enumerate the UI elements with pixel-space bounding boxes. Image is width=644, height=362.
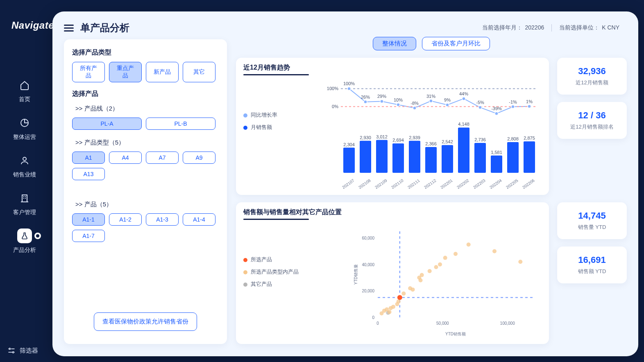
svg-point-99 — [454, 252, 458, 256]
option-button[interactable]: A1-3 — [146, 213, 179, 226]
option-button[interactable]: A1-2 — [109, 213, 142, 226]
svg-text:26%: 26% — [361, 95, 370, 100]
tab-row: 整体情况 省份及客户月环比 — [236, 37, 627, 50]
legend-item: 所选产品 — [243, 256, 299, 263]
svg-text:3,012: 3,012 — [376, 134, 388, 139]
svg-point-96 — [434, 265, 438, 269]
svg-text:100%: 100% — [343, 81, 355, 86]
svg-point-94 — [420, 273, 424, 277]
option-button[interactable]: PL-B — [146, 118, 215, 130]
svg-text:202205: 202205 — [505, 178, 519, 189]
svg-point-95 — [428, 269, 432, 273]
svg-rect-51 — [442, 145, 453, 173]
ptype-label: >> 产品类型（5） — [75, 139, 219, 147]
unit-value: K CNY — [602, 24, 619, 31]
svg-point-15 — [397, 103, 400, 106]
tab-overview[interactable]: 整体情况 — [373, 37, 416, 50]
svg-point-19 — [429, 100, 433, 103]
home-icon — [20, 80, 29, 90]
svg-text:202110: 202110 — [390, 178, 404, 189]
option-button[interactable]: A1 — [72, 152, 105, 164]
nav-product-analysis[interactable]: 产品分析 — [13, 229, 36, 254]
trend-chart-card: 近12月销售趋势 同比增长率 月销售额 100%0%100%26%29%10%-… — [236, 58, 549, 195]
svg-point-86 — [391, 305, 395, 309]
nav-home[interactable]: 首页 — [17, 78, 32, 103]
svg-text:-8%: -8% — [410, 101, 419, 106]
svg-rect-63 — [507, 142, 519, 173]
svg-point-1 — [23, 157, 26, 161]
option-button[interactable]: PL-A — [72, 118, 142, 130]
kpi-card: 16,691销售额 YTD — [557, 247, 627, 283]
svg-text:2,304: 2,304 — [343, 142, 355, 147]
ym-value: 202206 — [525, 24, 544, 31]
svg-text:202206: 202206 — [522, 178, 535, 189]
svg-text:2,939: 2,939 — [409, 135, 420, 140]
nav-customers[interactable]: 客户管理 — [13, 191, 36, 216]
nav-sales[interactable]: 销售业绩 — [13, 153, 36, 179]
filter-toggle[interactable]: 筛选器 — [7, 346, 38, 355]
svg-text:20,000: 20,000 — [362, 289, 374, 293]
kpi-label: 近12月销售额排名 — [561, 123, 623, 131]
svg-rect-66 — [524, 141, 535, 173]
tab-province[interactable]: 省份及客户月环比 — [422, 37, 490, 50]
svg-point-91 — [411, 287, 415, 292]
svg-text:40,000: 40,000 — [362, 262, 374, 267]
pie-icon — [20, 118, 29, 128]
option-button[interactable]: A7 — [146, 152, 179, 164]
legend-item: 其它产品 — [243, 281, 299, 288]
product-title: 选择产品 — [72, 90, 219, 98]
svg-point-101 — [492, 249, 497, 253]
option-button[interactable]: A9 — [183, 152, 215, 164]
svg-point-103 — [397, 295, 402, 300]
type-title: 选择产品类型 — [72, 48, 219, 57]
product-selector-panel: 选择产品类型 所有产品重点产品新产品其它 选择产品 >> 产品线（2） PL-A… — [64, 39, 227, 344]
brand-title: Navigate — [11, 20, 54, 31]
svg-rect-45 — [409, 141, 420, 173]
menu-toggle[interactable] — [64, 23, 74, 33]
svg-text:100,000: 100,000 — [500, 321, 515, 326]
option-button[interactable]: 重点产品 — [109, 62, 142, 82]
option-button[interactable]: 其它 — [183, 62, 215, 82]
side-nav: 首页 整体运营 销售业绩 客户管理 产品分析 — [0, 78, 49, 254]
svg-text:2,736: 2,736 — [474, 137, 486, 142]
option-button[interactable]: A13 — [72, 168, 105, 180]
nav-overall[interactable]: 整体运营 — [13, 115, 36, 141]
svg-point-3 — [9, 348, 10, 349]
unit-label: 当前选择单位： — [559, 24, 599, 31]
option-button[interactable]: A4 — [109, 152, 142, 164]
nav-label: 整体运营 — [13, 133, 36, 141]
svg-text:-39%: -39% — [491, 106, 502, 111]
svg-point-98 — [443, 256, 447, 260]
kpi-value: 16,691 — [561, 255, 623, 265]
svg-text:1,581: 1,581 — [491, 150, 502, 155]
kpi-value: 12 / 36 — [561, 110, 623, 121]
svg-point-23 — [462, 97, 465, 100]
svg-text:202109: 202109 — [374, 178, 388, 189]
svg-point-21 — [446, 103, 449, 106]
option-button[interactable]: A1-4 — [183, 213, 215, 226]
option-button[interactable]: 所有产品 — [72, 62, 105, 82]
legend-item: 所选产品类型内产品 — [243, 268, 299, 276]
svg-text:10%: 10% — [394, 97, 403, 102]
kpi-card: 14,745销售量 YTD — [557, 202, 627, 239]
svg-text:202107: 202107 — [341, 178, 355, 189]
option-button[interactable]: A1-7 — [72, 230, 105, 242]
kpi-label: 销售量 YTD — [561, 224, 623, 231]
svg-point-27 — [495, 112, 498, 115]
svg-point-100 — [467, 242, 471, 247]
option-button[interactable]: 新产品 — [146, 62, 179, 82]
svg-point-102 — [518, 260, 522, 264]
filter-label: 筛选器 — [20, 347, 38, 355]
svg-text:202112: 202112 — [423, 178, 437, 189]
svg-rect-60 — [491, 156, 502, 173]
svg-point-31 — [528, 105, 531, 108]
svg-text:2,808: 2,808 — [507, 136, 519, 141]
kpi-label: 近12月销售额 — [561, 79, 623, 86]
kpi-card: 12 / 36近12月销售额排名 — [557, 102, 627, 139]
svg-point-89 — [401, 292, 406, 296]
policy-button[interactable]: 查看医保物价政策允许销售省份 — [94, 312, 197, 331]
svg-text:0: 0 — [372, 315, 374, 320]
option-button[interactable]: A1-1 — [72, 213, 105, 226]
chart2-title: 销售额与销售量相对其它产品位置 — [243, 208, 342, 220]
svg-rect-36 — [360, 141, 371, 173]
